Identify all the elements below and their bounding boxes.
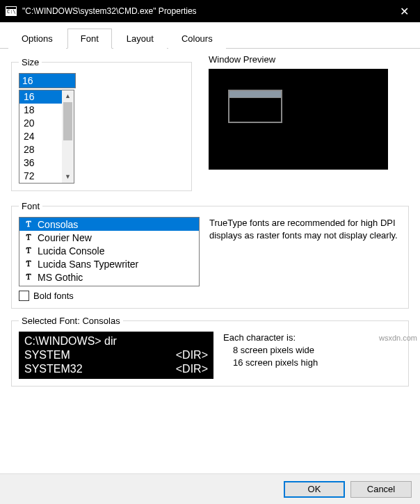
selected-font-legend: Selected Font: Consolas [19, 316, 123, 326]
size-legend: Size [19, 57, 42, 67]
ok-button[interactable]: OK [284, 481, 345, 498]
char-info-heading: Each character is: [223, 332, 318, 344]
window-title: "C:\WINDOWS\system32\CMD.exe" Properties [22, 6, 197, 16]
font-name: Lucida Sans Typewriter [38, 259, 138, 270]
dialog-button-bar: OK Cancel [0, 473, 420, 504]
font-group: Font ƬConsolas ƬCourier New ƬLucida Cons… [11, 201, 409, 309]
font-option[interactable]: ƬLucida Sans Typewriter [19, 257, 199, 270]
char-width-text: 8 screen pixels wide [223, 344, 318, 357]
size-group: Size 16 18 20 24 28 36 72 ▲ ▼ [11, 57, 192, 191]
truetype-icon: Ƭ [24, 246, 33, 255]
font-option[interactable]: ƬLucida Console [19, 244, 199, 257]
tab-colours[interactable]: Colours [168, 29, 226, 49]
cmd-icon [6, 6, 17, 16]
sample-line: C:\WINDOWS> dir [24, 334, 208, 348]
truetype-icon: Ƭ [24, 259, 33, 268]
size-scrollbar[interactable]: ▲ ▼ [62, 90, 74, 183]
tab-options[interactable]: Options [8, 29, 66, 49]
preview-label: Window Preview [209, 54, 409, 65]
font-name: MS Gothic [38, 272, 83, 283]
bold-fonts-label: Bold fonts [33, 291, 74, 301]
char-height-text: 16 screen pixels high [223, 357, 318, 369]
selected-font-group: Selected Font: Consolas C:\WINDOWS> dir … [11, 316, 409, 387]
tab-layout[interactable]: Layout [113, 29, 167, 49]
font-option[interactable]: ƬMS Gothic [19, 270, 199, 284]
preview-mini-window [228, 90, 282, 123]
tab-strip: Options Font Layout Colours [0, 22, 420, 49]
font-legend: Font [19, 201, 42, 211]
window-preview [209, 69, 388, 170]
watermark-text: wsxdn.com [379, 334, 417, 342]
chevron-up-icon[interactable]: ▲ [19, 284, 199, 286]
chevron-down-icon[interactable]: ▼ [62, 171, 74, 183]
tab-font[interactable]: Font [67, 29, 112, 49]
character-info: Each character is: 8 screen pixels wide … [223, 332, 318, 370]
scrollbar-thumb[interactable] [63, 102, 72, 140]
font-listbox[interactable]: ƬConsolas ƬCourier New ƬLucida Console Ƭ… [19, 217, 200, 286]
font-hint-text: TrueType fonts are recommended for high … [209, 217, 401, 286]
size-listbox[interactable]: 16 18 20 24 28 36 72 ▲ ▼ [19, 90, 74, 184]
font-name: Courier New [38, 232, 92, 243]
font-option[interactable]: ƬCourier New [19, 231, 199, 244]
font-name: Lucida Console [38, 245, 105, 257]
sample-line: SYSTEM<DIR> [24, 348, 208, 362]
chevron-up-icon[interactable]: ▲ [62, 90, 74, 102]
tab-content: Size 16 18 20 24 28 36 72 ▲ ▼ Window Pre… [0, 49, 420, 431]
bold-fonts-checkbox[interactable] [19, 291, 29, 301]
font-scrollbar[interactable]: ▲ ▼ [19, 284, 199, 286]
font-option[interactable]: ƬConsolas [19, 218, 199, 231]
sample-line: SYSTEM32<DIR> [24, 362, 208, 376]
close-icon[interactable]: ✕ [394, 5, 414, 18]
truetype-icon: Ƭ [24, 233, 33, 242]
truetype-icon: Ƭ [24, 273, 33, 282]
font-sample: C:\WINDOWS> dir SYSTEM<DIR> SYSTEM32<DIR… [19, 332, 213, 379]
cancel-button[interactable]: Cancel [350, 481, 412, 498]
truetype-icon: Ƭ [24, 220, 33, 229]
font-name: Consolas [38, 219, 78, 230]
size-input[interactable] [19, 73, 76, 88]
title-bar: "C:\WINDOWS\system32\CMD.exe" Properties… [0, 0, 420, 22]
